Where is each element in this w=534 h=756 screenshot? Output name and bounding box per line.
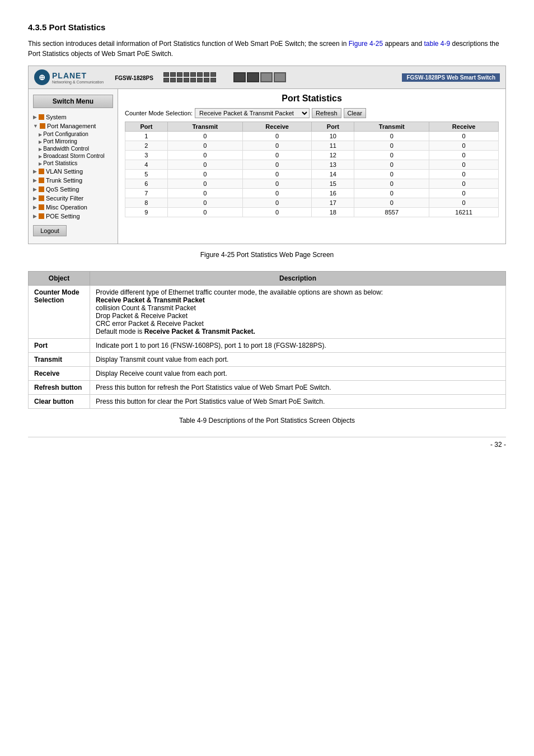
cell-tx2: 8557	[354, 208, 429, 217]
cell-rx2: 0	[429, 151, 499, 160]
ui-frame: ⊕ PLANET Networking & Communication FGSW…	[28, 66, 506, 244]
sidebar-item-qos-setting[interactable]: ▶ QoS Setting	[29, 185, 118, 194]
cell-port2: 17	[312, 198, 354, 208]
cell-port1: 7	[125, 189, 168, 198]
desc-object: Clear button	[29, 395, 90, 409]
sidebar-child-port-statistics[interactable]: Port Statistics	[29, 160, 118, 167]
counter-mode-row: Counter Mode Selection: Receive Packet &…	[125, 108, 499, 118]
cell-tx1: 0	[167, 189, 242, 198]
stats-table: Port Transmit Receive Port Transmit Rece…	[125, 122, 499, 217]
refresh-button[interactable]: Refresh	[312, 108, 341, 118]
cell-rx2: 0	[429, 179, 499, 189]
counter-mode-select[interactable]: Receive Packet & Transmit Packet collisi…	[195, 108, 310, 118]
cell-port1: 8	[125, 198, 168, 208]
desc-table: Object Description Counter ModeSelection…	[28, 271, 506, 409]
col-header-transmit2: Transmit	[354, 122, 429, 132]
logout-button[interactable]: Logout	[33, 225, 67, 236]
table-caption: Table 4-9 Descriptions of the Port Stati…	[28, 416, 506, 426]
table-row: 9 0 0 18 8557 16211	[125, 208, 499, 217]
cell-rx1: 0	[242, 198, 312, 208]
table-row: 2 0 0 11 0 0	[125, 141, 499, 151]
desc-description: Press this button for refresh the Port S…	[90, 381, 506, 395]
cell-tx2: 0	[354, 170, 429, 179]
desc-description: Press this button for clear the Port Sta…	[90, 395, 506, 409]
cell-port2: 10	[312, 132, 354, 141]
main-panel: Port Statistics Counter Mode Selection: …	[118, 89, 505, 244]
table-row: 6 0 0 15 0 0	[125, 179, 499, 189]
sidebar-item-trunk-setting[interactable]: ▶ Trunk Setting	[29, 176, 118, 185]
cell-tx2: 0	[354, 198, 429, 208]
counter-mode-label: Counter Mode Selection:	[125, 110, 193, 116]
cell-port2: 13	[312, 160, 354, 170]
cell-tx1: 0	[167, 198, 242, 208]
cell-port2: 16	[312, 189, 354, 198]
desc-row: Transmit Display Transmit count value fr…	[29, 353, 506, 367]
desc-row: Counter ModeSelection Provide different …	[29, 286, 506, 339]
cell-port1: 2	[125, 141, 168, 151]
col-header-port1: Port	[125, 122, 168, 132]
cell-rx1: 0	[242, 208, 312, 217]
col-header-port2: Port	[312, 122, 354, 132]
port-visual	[163, 72, 217, 82]
desc-header-description: Description	[90, 272, 506, 286]
sfp-visual	[233, 72, 286, 82]
page-number: - 32 -	[28, 437, 506, 449]
desc-header-object: Object	[29, 272, 90, 286]
brand-name: PLANET	[52, 71, 104, 80]
sidebar-item-vlan-setting[interactable]: ▶ VLAN Setting	[29, 167, 118, 176]
cell-port1: 6	[125, 179, 168, 189]
sidebar-child-bandwidth-control[interactable]: Bandwidth Control	[29, 145, 118, 152]
cell-rx1: 0	[242, 160, 312, 170]
cell-tx2: 0	[354, 141, 429, 151]
sidebar-item-poe-setting[interactable]: ▶ POE Setting	[29, 212, 118, 221]
desc-object: Refresh button	[29, 381, 90, 395]
cell-tx2: 0	[354, 151, 429, 160]
cell-port1: 5	[125, 170, 168, 179]
desc-description: Provide different type of Ethernet traff…	[90, 286, 506, 339]
panel-title: Port Statistics	[125, 94, 499, 104]
table-row: 7 0 0 16 0 0	[125, 189, 499, 198]
switch-menu-button[interactable]: Switch Menu	[33, 95, 113, 108]
logo-area: ⊕ PLANET Networking & Communication FGSW…	[34, 69, 286, 85]
sidebar-item-security-filter[interactable]: ▶ Security Filter	[29, 194, 118, 203]
clear-button[interactable]: Clear	[344, 108, 366, 118]
cell-port1: 1	[125, 132, 168, 141]
sidebar-item-misc-operation[interactable]: ▶ Misc Operation	[29, 203, 118, 212]
sidebar-item-port-management[interactable]: ▼ Port Management	[29, 122, 118, 130]
cell-tx1: 0	[167, 170, 242, 179]
desc-description: Display Receive count value from each po…	[90, 367, 506, 381]
desc-row: Clear button Press this button for clear…	[29, 395, 506, 409]
desc-row: Port Indicate port 1 to port 16 (FNSW-16…	[29, 339, 506, 353]
desc-description: Indicate port 1 to port 16 (FNSW-1608PS)…	[90, 339, 506, 353]
table-row: 1 0 0 10 0 0	[125, 132, 499, 141]
cell-rx2: 16211	[429, 208, 499, 217]
sidebar-child-port-mirroring[interactable]: Port Mirroring	[29, 138, 118, 145]
desc-row: Receive Display Receive count value from…	[29, 367, 506, 381]
cell-rx2: 0	[429, 189, 499, 198]
cell-port2: 14	[312, 170, 354, 179]
desc-object: Transmit	[29, 353, 90, 367]
cell-tx1: 0	[167, 151, 242, 160]
desc-object: Port	[29, 339, 90, 353]
header-right: FGSW-1828PS Web Smart Switch	[402, 73, 500, 82]
cell-tx2: 0	[354, 189, 429, 198]
sidebar-item-system[interactable]: ▶ System	[29, 113, 118, 122]
brand-sub: Networking & Communication	[52, 80, 104, 84]
table-row: 8 0 0 17 0 0	[125, 198, 499, 208]
cell-port1: 9	[125, 208, 168, 217]
cell-rx1: 0	[242, 132, 312, 141]
figure-link[interactable]: Figure 4-25	[349, 40, 383, 48]
section-intro: This section introduces detail informati…	[28, 39, 506, 59]
sidebar-child-broadcast-storm[interactable]: Broadcast Storm Control	[29, 152, 118, 160]
cell-tx1: 0	[167, 132, 242, 141]
cell-port1: 3	[125, 151, 168, 160]
cell-rx1: 0	[242, 189, 312, 198]
cell-rx1: 0	[242, 170, 312, 179]
table-link[interactable]: table 4-9	[424, 40, 450, 48]
sidebar: Switch Menu ▶ System ▼ Port Management P…	[29, 89, 118, 244]
sidebar-child-port-configuration[interactable]: Port Configuration	[29, 130, 118, 138]
table-row: 3 0 0 12 0 0	[125, 151, 499, 160]
desc-object: Counter ModeSelection	[29, 286, 90, 339]
cell-rx1: 0	[242, 141, 312, 151]
cell-tx1: 0	[167, 141, 242, 151]
